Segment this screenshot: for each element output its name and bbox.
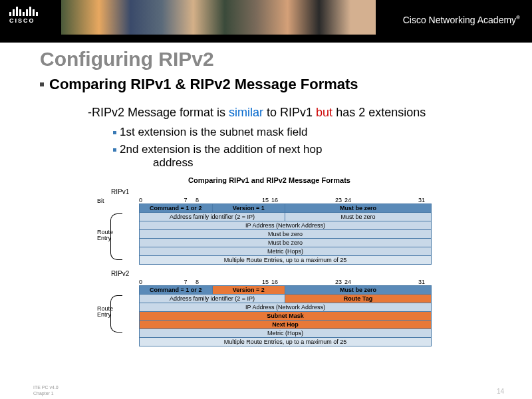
table-row: IP Address (Network Address) bbox=[140, 303, 431, 312]
page-number: 14 bbox=[497, 388, 504, 395]
bullet-item: 1st extension is the subnet mask field bbox=[113, 126, 499, 139]
bit-label: Bit bbox=[97, 198, 104, 204]
red-word: but bbox=[316, 106, 332, 119]
table-row: Must be zero bbox=[140, 239, 431, 247]
cisco-wordmark: CISCO bbox=[9, 17, 38, 24]
bit-ruler: 0 7 8 15 16 23 24 31 bbox=[139, 279, 442, 285]
slide-content: Configuring RIPv2 Comparing RIPv1 & RIPv… bbox=[0, 43, 532, 346]
table-row: IP Address (Network Address) bbox=[140, 221, 431, 230]
diagram: Comparing RIPv1 and RIPv2 Message Format… bbox=[96, 176, 442, 346]
route-entry-label: RouteEntry bbox=[97, 306, 113, 319]
ripv1-block: RIPv1 0 7 8 15 16 23 24 31 Bit RouteEntr… bbox=[96, 188, 442, 265]
cisco-logo-bars bbox=[9, 7, 38, 16]
diagram-title: Comparing RIPv1 and RIPv2 Message Format… bbox=[96, 176, 442, 184]
table-row: Subnet Mask bbox=[140, 312, 431, 321]
table-row: Metric (Hops) bbox=[140, 247, 431, 256]
table-row: Metric (Hops) bbox=[140, 329, 431, 338]
table-row: Next Hop bbox=[140, 321, 431, 329]
table-row: Address family identifier (2 = IP) Route… bbox=[140, 295, 431, 303]
table-row: Command = 1 or 2 Version = 2 Must be zer… bbox=[140, 286, 431, 295]
table-row: Command = 1 or 2 Version = 1 Must be zer… bbox=[140, 204, 431, 213]
table-row: Address family identifier (2 = IP) Must … bbox=[140, 213, 431, 221]
academy-text: Cisco Networking Academy® bbox=[403, 15, 520, 25]
ripv1-table: Bit RouteEntry Command = 1 or 2 Version … bbox=[139, 203, 432, 265]
ripv2-label: RIPv2 bbox=[111, 270, 442, 277]
body-text: -RIPv2 Message format is similar to RIPv… bbox=[88, 105, 499, 120]
bullet-item: 2nd extension is the addition of next ho… bbox=[113, 143, 499, 170]
table-row: Must be zero bbox=[140, 230, 431, 239]
banner-photo-strip bbox=[61, 0, 376, 35]
route-entry-label: RouteEntry bbox=[97, 229, 113, 243]
slide-subtitle: Comparing RIPv1 & RIPv2 Message Formats bbox=[40, 76, 499, 93]
top-banner: CISCO Cisco Networking Academy® bbox=[0, 0, 532, 43]
bullet-list: 1st extension is the subnet mask field 2… bbox=[113, 126, 499, 170]
ripv2-block: RIPv2 0 7 8 15 16 23 24 31 RouteEntry Co… bbox=[96, 270, 442, 346]
table-footer: Multiple Route Entries, up to a maximum … bbox=[140, 338, 431, 346]
footer-left: ITE PC v4.0 Chapter 1 bbox=[33, 385, 59, 396]
table-footer: Multiple Route Entries, up to a maximum … bbox=[140, 256, 431, 264]
ripv2-table: RouteEntry Command = 1 or 2 Version = 2 … bbox=[139, 285, 432, 346]
bit-ruler: 0 7 8 15 16 23 24 31 bbox=[139, 197, 442, 203]
blue-word: similar bbox=[229, 106, 263, 119]
cisco-logo: CISCO bbox=[9, 7, 38, 24]
ripv1-label: RIPv1 bbox=[111, 188, 442, 196]
slide-title: Configuring RIPv2 bbox=[40, 48, 499, 70]
